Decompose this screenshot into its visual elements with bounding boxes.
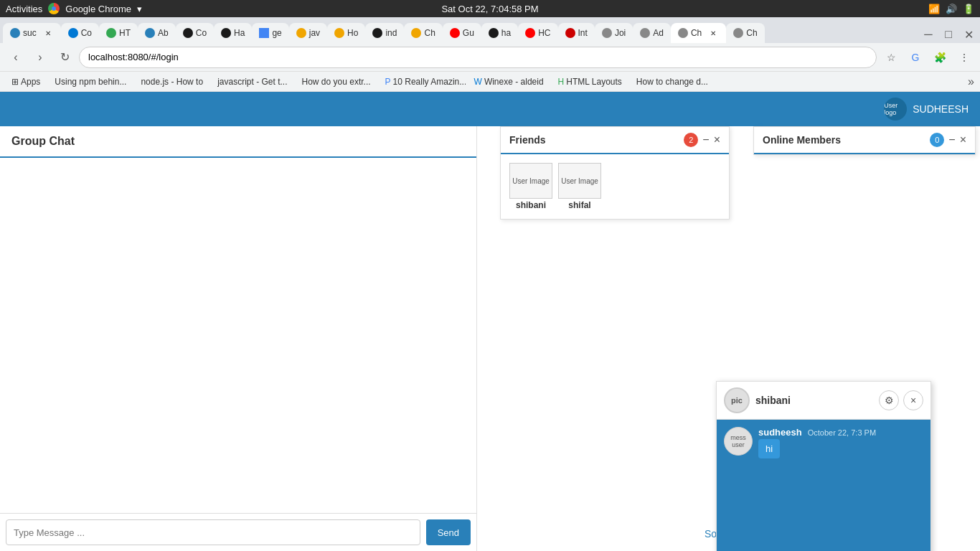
username-label: SUDHEESH <box>913 103 969 115</box>
back-button[interactable]: ‹ <box>6 47 26 67</box>
tab-ht[interactable]: HT <box>99 23 138 43</box>
tab-int[interactable]: Int <box>558 23 595 43</box>
tab-ho[interactable]: Ho <box>327 23 365 43</box>
browser-name: Google Chrome <box>65 4 131 14</box>
tab-hc[interactable]: HC <box>518 23 557 43</box>
bookmark-apps[interactable]: ⊞ Apps <box>6 74 46 90</box>
tab-co2[interactable]: Co <box>176 23 214 43</box>
online-panel-title: Online Members <box>763 134 841 146</box>
tab-suc[interactable]: suc ✕ <box>3 23 61 43</box>
main-content: Group Chat Send Something Friends 2 − × … <box>0 126 980 551</box>
friends-close-button[interactable]: × <box>714 133 720 146</box>
tab-ha2[interactable]: ha <box>481 23 518 43</box>
tab-ch2[interactable]: Ch <box>726 23 764 43</box>
private-chat-avatar: pic <box>724 387 750 413</box>
wifi-icon: 📶 <box>928 4 940 14</box>
tab-close-icon[interactable]: ✕ <box>42 27 54 39</box>
chat-messages <box>0 158 476 513</box>
volume-icon: 🔊 <box>946 4 957 14</box>
friend-image-shibani: User Image <box>509 163 552 199</box>
private-chat-settings-button[interactable]: ⚙ <box>879 390 899 410</box>
maximize-browser-button[interactable]: □ <box>940 26 957 43</box>
friend-item-shibani[interactable]: User Image shibani <box>509 163 552 210</box>
bookmarks-bar: ⊞ Apps Using npm behin... node.js - How … <box>0 72 980 92</box>
tab-ab[interactable]: Ab <box>138 23 176 43</box>
more-bookmarks-icon[interactable]: » <box>968 75 974 88</box>
minimize-browser-button[interactable]: ─ <box>920 26 937 43</box>
tab-ind[interactable]: ind <box>365 23 404 43</box>
message-avatar: mess user <box>724 427 753 456</box>
avatar-placeholder: User logo <box>884 102 907 116</box>
group-chat-title: Group Chat <box>0 126 476 158</box>
url-input[interactable] <box>79 47 877 68</box>
tab-label: ge <box>272 28 281 38</box>
reload-button[interactable]: ↻ <box>55 47 75 67</box>
tab-gu[interactable]: Gu <box>443 23 481 43</box>
header-user: User logo SUDHEESH <box>884 98 969 121</box>
tab-favicon <box>411 28 421 38</box>
bookmark-js[interactable]: javascript - Get t... <box>212 74 293 90</box>
message-meta: sudheesh October 22, 7:3 PM <box>758 427 923 438</box>
extensions-icon[interactable]: 🧩 <box>930 47 950 67</box>
tab-ad[interactable]: Ad <box>633 23 671 43</box>
bookmark-html[interactable]: H HTML Layouts <box>552 74 628 90</box>
tab-label: Int <box>578 28 588 38</box>
tab-label: ha <box>501 28 511 38</box>
private-chat-user: pic shibani <box>724 387 791 413</box>
bookmark-icon[interactable]: ☆ <box>881 47 901 67</box>
private-chat-contact-name: shibani <box>755 395 791 406</box>
tab-jav[interactable]: jav <box>289 23 327 43</box>
tab-favicon <box>450 28 460 38</box>
activities-label[interactable]: Activities <box>6 4 42 14</box>
account-icon[interactable]: G <box>905 47 925 67</box>
bookmark-nodejs[interactable]: node.js - How to <box>135 74 209 90</box>
tab-ch1[interactable]: Ch <box>404 23 442 43</box>
bookmark-howdo[interactable]: How do you extr... <box>296 74 377 90</box>
bookmark-npm[interactable]: Using npm behin... <box>49 74 132 90</box>
close-browser-button[interactable]: ✕ <box>960 26 977 43</box>
message-sender: sudheesh <box>758 427 802 438</box>
send-button[interactable]: Send <box>426 519 471 545</box>
bookmark-winexe[interactable]: W Winexe - aldeid <box>468 74 550 90</box>
tab-favicon <box>678 28 688 38</box>
menu-icon[interactable]: ⋮ <box>954 47 974 67</box>
bookmark-label: HTML Layouts <box>566 77 622 87</box>
tab-close-active-icon[interactable]: ✕ <box>707 27 719 39</box>
friends-panel: Friends 2 − × User Image shibani User Im… <box>500 126 730 220</box>
online-minimize-button[interactable]: − <box>948 133 955 146</box>
tab-label: HT <box>119 28 131 38</box>
bookmark-10really[interactable]: P 10 Really Amazin... <box>380 74 466 90</box>
private-chat-actions: ⚙ × <box>879 390 923 410</box>
tab-favicon <box>10 28 20 38</box>
message-item: mess user sudheesh October 22, 7:3 PM hi <box>724 427 923 458</box>
tab-joi[interactable]: Joi <box>595 23 633 43</box>
private-chat-panel: pic shibani ⚙ × mess user sudheesh Octob… <box>716 381 931 551</box>
apps-icon: ⊞ <box>11 77 19 87</box>
bookmark-howto[interactable]: How to change d... <box>631 74 714 90</box>
tab-favicon <box>565 28 575 38</box>
tab-label: Ch <box>691 28 702 38</box>
forward-button[interactable]: › <box>30 47 50 67</box>
tab-favicon <box>372 28 382 38</box>
tab-ch-active[interactable]: Ch ✕ <box>671 23 726 43</box>
friends-minimize-button[interactable]: − <box>702 133 709 146</box>
dropdown-arrow-icon[interactable]: ▾ <box>137 4 142 14</box>
chat-message-input[interactable] <box>6 519 420 545</box>
tab-favicon <box>733 28 743 38</box>
online-count-badge: 0 <box>930 133 944 147</box>
friends-panel-title: Friends <box>509 134 546 146</box>
group-chat-panel: Group Chat Send <box>0 126 477 551</box>
friend-item-shifal[interactable]: User Image shifal <box>558 163 601 210</box>
online-close-button[interactable]: × <box>960 133 966 146</box>
friends-panel-header: Friends 2 − × <box>501 127 729 154</box>
tab-favicon <box>259 28 269 38</box>
friend-image-shifal: User Image <box>558 163 601 199</box>
private-chat-close-button[interactable]: × <box>903 390 923 410</box>
tab-ha[interactable]: Ha <box>214 23 252 43</box>
tab-ge[interactable]: ge <box>252 23 288 43</box>
tab-label: Ch <box>746 28 757 38</box>
app-header: User logo SUDHEESH <box>0 92 980 126</box>
winexe-icon: W <box>474 77 482 87</box>
tab-co1[interactable]: Co <box>61 23 99 43</box>
bookmark-label: 10 Really Amazin... <box>393 77 466 87</box>
